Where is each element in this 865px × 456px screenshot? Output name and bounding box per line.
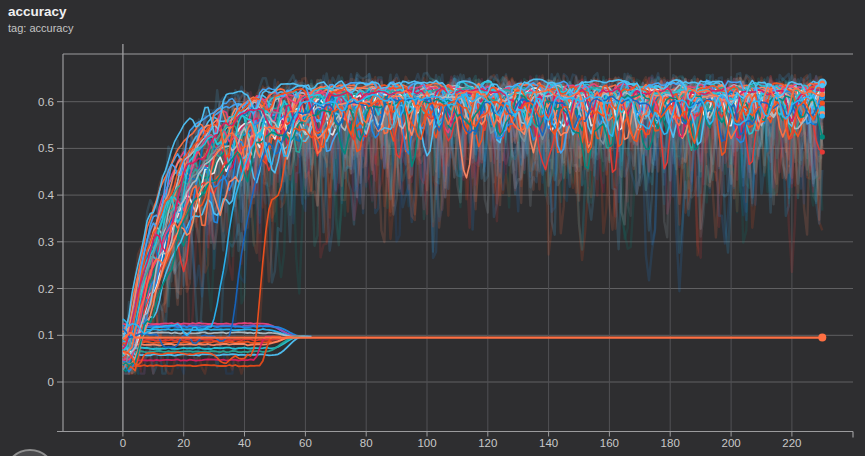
x-tick-label: 60 bbox=[299, 437, 312, 449]
chart-title: accuracy bbox=[8, 4, 73, 21]
y-tick-label: 0.5 bbox=[38, 142, 54, 154]
x-tick-label: 120 bbox=[478, 437, 497, 449]
x-tick-label: 200 bbox=[722, 437, 741, 449]
y-tick-label: 0.1 bbox=[38, 329, 54, 341]
y-tick-label: 0 bbox=[48, 376, 54, 388]
run-endpoint-dot[interactable] bbox=[820, 106, 825, 111]
run-endpoint-dot[interactable] bbox=[820, 134, 825, 139]
x-tick-label: 80 bbox=[360, 437, 373, 449]
y-tick-label: 0.4 bbox=[38, 189, 55, 201]
x-tick-label: 20 bbox=[177, 437, 190, 449]
x-tick-label: 0 bbox=[120, 437, 126, 449]
x-tick-label: 180 bbox=[661, 437, 680, 449]
accuracy-line-chart[interactable]: 00.10.20.30.40.50.6020406080100120140160… bbox=[0, 0, 865, 456]
chart-card-header: accuracy tag: accuracy bbox=[8, 4, 73, 36]
run-endpoint-dot[interactable] bbox=[820, 113, 825, 118]
y-tick-label: 0.2 bbox=[38, 283, 54, 295]
x-tick-label: 160 bbox=[600, 437, 619, 449]
run-endpoint-dot[interactable] bbox=[820, 149, 825, 154]
x-tick-label: 100 bbox=[417, 437, 436, 449]
x-tick-label: 40 bbox=[238, 437, 251, 449]
x-tick-label: 140 bbox=[539, 437, 558, 449]
y-tick-label: 0.3 bbox=[38, 236, 54, 248]
run-endpoint-dot[interactable] bbox=[820, 83, 825, 88]
chart-tag-subtitle: tag: accuracy bbox=[8, 22, 73, 36]
run-endpoint-dot[interactable] bbox=[820, 92, 825, 97]
x-tick-label: 220 bbox=[782, 437, 801, 449]
y-tick-label: 0.6 bbox=[38, 96, 54, 108]
run-endpoint-dot[interactable] bbox=[820, 101, 825, 106]
